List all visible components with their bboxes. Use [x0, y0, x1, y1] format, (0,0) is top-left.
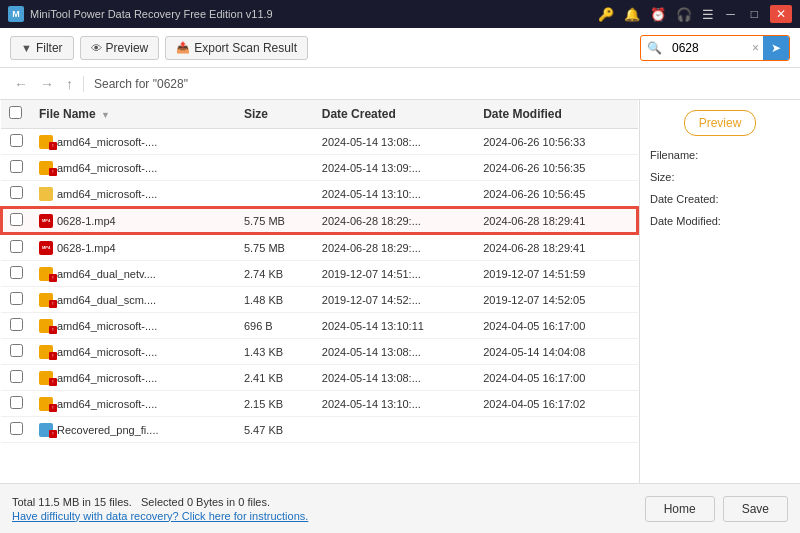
panel-preview-button[interactable]: Preview — [684, 110, 757, 136]
row-date-created: 2019-12-07 14:51:... — [314, 261, 475, 287]
file-name-cell: ! amd64_microsoft-.... — [39, 135, 228, 149]
row-name-cell: ! amd64_dual_scm.... — [31, 287, 236, 313]
file-name: amd64_microsoft-.... — [57, 162, 157, 174]
row-checkbox-cell — [1, 365, 31, 391]
menu-icon[interactable]: ☰ — [702, 7, 714, 22]
row-checkbox[interactable] — [10, 344, 23, 357]
table-row[interactable]: ! Recovered_png_fi.... 5.47 KB — [1, 417, 638, 443]
status-buttons: Home Save — [645, 496, 788, 522]
file-icon — [39, 187, 53, 201]
close-button[interactable]: ✕ — [770, 5, 792, 23]
table-row[interactable]: amd64_microsoft-.... 2024-05-14 13:10:..… — [1, 181, 638, 208]
select-all-checkbox[interactable] — [9, 106, 22, 119]
header-filename[interactable]: File Name ▼ — [31, 100, 236, 129]
file-name: amd64_microsoft-.... — [57, 320, 157, 332]
row-checkbox[interactable] — [10, 186, 23, 199]
forward-button[interactable]: → — [36, 74, 58, 94]
table-row[interactable]: MP4 0628-1.mp4 5.75 MB 2024-06-28 18:29:… — [1, 207, 638, 234]
row-date-modified: 2019-12-07 14:51:59 — [475, 261, 638, 287]
row-checkbox[interactable] — [10, 370, 23, 383]
back-button[interactable]: ← — [10, 74, 32, 94]
table-row[interactable]: ! amd64_dual_scm.... 1.48 KB 2019-12-07 … — [1, 287, 638, 313]
file-name: Recovered_png_fi.... — [57, 424, 159, 436]
row-checkbox[interactable] — [10, 266, 23, 279]
preview-icon: 👁 — [91, 42, 102, 54]
row-checkbox[interactable] — [10, 292, 23, 305]
filename-label: Filename: — [650, 144, 790, 166]
table-row[interactable]: ! amd64_microsoft-.... 2.41 KB 2024-05-1… — [1, 365, 638, 391]
row-name-cell: ! Recovered_png_fi.... — [31, 417, 236, 443]
nav-path: Search for "0628" — [94, 77, 188, 91]
row-checkbox[interactable] — [10, 134, 23, 147]
key-icon[interactable]: 🔑 — [598, 7, 614, 22]
row-size: 1.43 KB — [236, 339, 314, 365]
row-date-modified: 2024-04-05 16:17:02 — [475, 391, 638, 417]
search-area: 🔍 × ➤ — [640, 35, 790, 61]
bell-icon[interactable]: 🔔 — [624, 7, 640, 22]
row-name-cell: ! amd64_dual_netv.... — [31, 261, 236, 287]
table-row[interactable]: ! amd64_microsoft-.... 2.15 KB 2024-05-1… — [1, 391, 638, 417]
table-row[interactable]: ! amd64_microsoft-.... 2024-05-14 13:09:… — [1, 155, 638, 181]
header-date-created[interactable]: Date Created — [314, 100, 475, 129]
row-checkbox[interactable] — [10, 240, 23, 253]
row-size — [236, 155, 314, 181]
row-checkbox-cell — [1, 391, 31, 417]
file-name: amd64_microsoft-.... — [57, 346, 157, 358]
row-name-cell: ! amd64_microsoft-.... — [31, 129, 236, 155]
table-row[interactable]: ! amd64_dual_netv.... 2.74 KB 2019-12-07… — [1, 261, 638, 287]
date-created-label: Date Created: — [650, 188, 790, 210]
file-icon: ! — [39, 345, 53, 359]
file-icon: ! — [39, 423, 53, 437]
file-table-body: ! amd64_microsoft-.... 2024-05-14 13:08:… — [1, 129, 638, 443]
row-name-cell: ! amd64_microsoft-.... — [31, 155, 236, 181]
row-checkbox[interactable] — [10, 160, 23, 173]
clock-icon[interactable]: ⏰ — [650, 7, 666, 22]
home-button[interactable]: Home — [645, 496, 715, 522]
row-checkbox[interactable] — [10, 318, 23, 331]
file-icon: ! — [39, 293, 53, 307]
toolbar: ▼ Filter 👁 Preview 📤 Export Scan Result … — [0, 28, 800, 68]
search-input[interactable] — [668, 39, 748, 57]
title-bar-right: 🔑 🔔 ⏰ 🎧 ☰ ─ □ ✕ — [598, 5, 792, 23]
filter-icon: ▼ — [21, 42, 32, 54]
row-date-modified: 2024-06-28 18:29:41 — [475, 207, 638, 234]
search-go-button[interactable]: ➤ — [763, 36, 789, 60]
file-name-cell: ! amd64_dual_scm.... — [39, 293, 228, 307]
maximize-button[interactable]: □ — [747, 5, 762, 23]
row-size: 2.41 KB — [236, 365, 314, 391]
row-size — [236, 129, 314, 155]
file-list[interactable]: File Name ▼ Size Date Created Date Modif… — [0, 100, 640, 483]
table-row[interactable]: ! amd64_microsoft-.... 696 B 2024-05-14 … — [1, 313, 638, 339]
file-icon: MP4 — [39, 241, 53, 255]
export-button[interactable]: 📤 Export Scan Result — [165, 36, 308, 60]
row-checkbox[interactable] — [10, 396, 23, 409]
table-row[interactable]: ! amd64_microsoft-.... 1.43 KB 2024-05-1… — [1, 339, 638, 365]
help-link[interactable]: Have difficulty with data recovery? Clic… — [12, 510, 308, 522]
row-checkbox-cell — [1, 155, 31, 181]
preview-button[interactable]: 👁 Preview — [80, 36, 160, 60]
row-name-cell: ! amd64_microsoft-.... — [31, 365, 236, 391]
file-name-cell: ! amd64_microsoft-.... — [39, 371, 228, 385]
row-date-created: 2024-05-14 13:08:... — [314, 339, 475, 365]
filter-button[interactable]: ▼ Filter — [10, 36, 74, 60]
file-name-cell: ! amd64_dual_netv.... — [39, 267, 228, 281]
search-clear-button[interactable]: × — [748, 41, 763, 55]
row-checkbox[interactable] — [10, 213, 23, 226]
table-row[interactable]: MP4 0628-1.mp4 5.75 MB 2024-06-28 18:29:… — [1, 234, 638, 261]
row-date-modified: 2024-04-05 16:17:00 — [475, 313, 638, 339]
table-row[interactable]: ! amd64_microsoft-.... 2024-05-14 13:08:… — [1, 129, 638, 155]
header-date-modified[interactable]: Date Modified — [475, 100, 638, 129]
row-date-created: 2024-05-14 13:10:11 — [314, 313, 475, 339]
headset-icon[interactable]: 🎧 — [676, 7, 692, 22]
minimize-button[interactable]: ─ — [722, 5, 739, 23]
row-date-created — [314, 417, 475, 443]
nav-bar: ← → ↑ Search for "0628" — [0, 68, 800, 100]
row-checkbox[interactable] — [10, 422, 23, 435]
up-button[interactable]: ↑ — [62, 74, 77, 94]
app-title: MiniTool Power Data Recovery Free Editio… — [30, 8, 273, 20]
header-size[interactable]: Size — [236, 100, 314, 129]
save-button[interactable]: Save — [723, 496, 788, 522]
row-name-cell: ! amd64_microsoft-.... — [31, 391, 236, 417]
date-modified-label: Date Modified: — [650, 210, 790, 232]
file-name-cell: ! amd64_microsoft-.... — [39, 397, 228, 411]
